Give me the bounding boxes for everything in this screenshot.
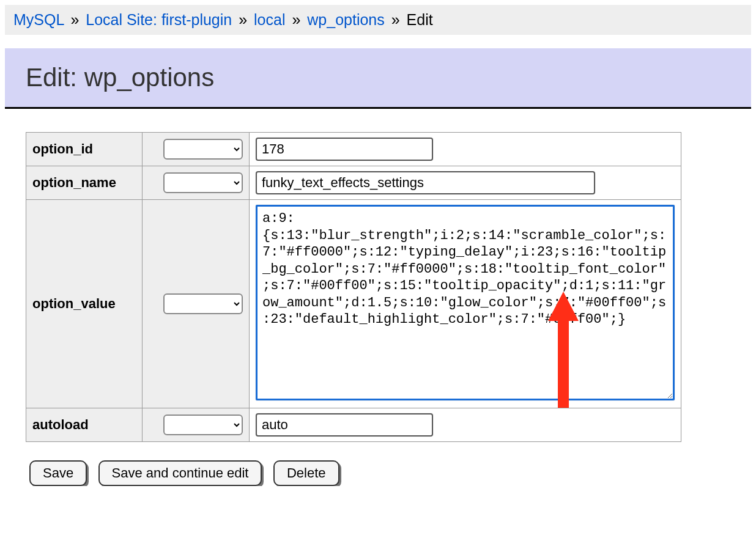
field-label-option-value: option_value: [26, 200, 143, 408]
breadcrumb-current: Edit: [407, 11, 433, 28]
breadcrumb-link-database[interactable]: local: [254, 11, 285, 28]
save-continue-button[interactable]: Save and continue edit: [98, 460, 262, 486]
function-select-option-id[interactable]: [163, 139, 243, 160]
breadcrumb-separator: »: [239, 11, 247, 28]
input-option-id[interactable]: [256, 138, 433, 161]
field-label-option-id: option_id: [26, 133, 143, 166]
breadcrumb-link-server[interactable]: Local Site: first-plugin: [86, 11, 232, 28]
fields-table: option_id option_name option_value: [26, 132, 681, 442]
breadcrumb-separator: »: [292, 11, 300, 28]
row-option-id: option_id: [26, 133, 681, 166]
function-select-option-name[interactable]: [163, 172, 243, 193]
form-actions: Save Save and continue edit Delete: [26, 460, 756, 486]
field-label-autoload: autoload: [26, 408, 143, 442]
page-title-bar: Edit: wp_options: [5, 48, 751, 109]
breadcrumb-link-mysql[interactable]: MySQL: [13, 11, 64, 28]
breadcrumb-separator: »: [391, 11, 400, 28]
row-autoload: autoload: [26, 408, 681, 442]
input-autoload[interactable]: [256, 413, 433, 437]
textarea-option-value[interactable]: [256, 205, 675, 400]
edit-form: option_id option_name option_value: [0, 109, 756, 486]
function-select-autoload[interactable]: [163, 414, 243, 435]
row-option-name: option_name: [26, 166, 681, 200]
function-select-option-value[interactable]: [163, 293, 243, 314]
row-option-value: option_value: [26, 200, 681, 408]
breadcrumb: MySQL » Local Site: first-plugin » local…: [5, 5, 751, 35]
field-label-option-name: option_name: [26, 166, 143, 200]
input-option-name[interactable]: [256, 171, 595, 194]
delete-button[interactable]: Delete: [273, 460, 339, 486]
page-title: Edit: wp_options: [26, 63, 730, 92]
breadcrumb-separator: »: [70, 11, 79, 28]
save-button[interactable]: Save: [29, 460, 87, 486]
breadcrumb-link-table[interactable]: wp_options: [307, 11, 384, 28]
